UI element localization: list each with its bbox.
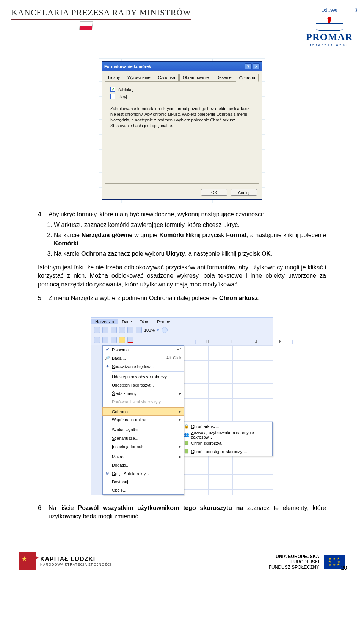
submenu-arrow-icon: ▸ xyxy=(179,455,181,459)
dialog-title-text: Formatowanie komórek xyxy=(104,64,151,69)
menu-item[interactable]: Scenariusze... xyxy=(103,434,184,442)
zoom-value[interactable]: 100% xyxy=(144,328,155,332)
menu-item[interactable]: Współpraca online▸ xyxy=(103,415,184,424)
promar-logo: ® Od 1990 PROMAR international xyxy=(306,8,353,47)
sort-asc-icon[interactable] xyxy=(111,327,117,333)
help-icon[interactable] xyxy=(162,327,168,333)
tab-wyrownanie[interactable]: Wyrównanie xyxy=(124,74,154,81)
promar-since: Od 1990 xyxy=(322,8,337,13)
menu-item-label: Badaj... xyxy=(112,356,166,360)
tab-obramowanie[interactable]: Obramowanie xyxy=(179,74,212,81)
menu-item[interactable]: Inspekcja formuł▸ xyxy=(103,442,184,451)
chart-icon[interactable] xyxy=(127,327,133,333)
kapital-ludzki-logo: ★ KAPITAŁ LUDZKI NARODOWA STRATEGIA SPÓJ… xyxy=(19,552,111,570)
menu-item[interactable]: ✦Sprawdzanie błędów... xyxy=(103,362,184,371)
ochrona-submenu: 🔒Chroń arkusz...👥Zezwalaj użytkownikom n… xyxy=(182,422,273,456)
col-header[interactable]: K xyxy=(268,340,292,344)
kapital-icon: ★ xyxy=(19,552,36,570)
menu-item-label: Opcje... xyxy=(112,488,181,492)
step4-intro: Aby ukryć formuły, które mają być niewid… xyxy=(49,210,326,219)
checkbox-zablokuj-label: Zablokuj xyxy=(118,87,133,92)
fill-icon[interactable] xyxy=(119,337,125,343)
tab-ochrona[interactable]: Ochrona xyxy=(236,74,259,82)
indent-icon[interactable] xyxy=(94,337,100,343)
menu-item[interactable]: Szukaj wyniku... xyxy=(103,426,184,434)
menu-okno[interactable]: Okno xyxy=(136,319,153,324)
menu-item-label: Chroń skoroszyt... xyxy=(191,441,270,445)
menu-item[interactable]: 🔎Badaj...Alt+Click xyxy=(103,354,184,362)
menu-item-label: Pisownia... xyxy=(112,348,177,352)
menu-item-label: Opcje Autokorekty... xyxy=(112,471,181,476)
menu-dane[interactable]: Dane xyxy=(118,319,136,324)
menu-item[interactable]: 📗Chroń skoroszyt... xyxy=(182,439,272,447)
tab-liczby[interactable]: Liczby xyxy=(105,74,123,81)
menu-item-label: Zezwalaj użytkownikom na edycję zakresów… xyxy=(191,430,270,439)
menu-item[interactable]: Śledź zmiany▸ xyxy=(103,389,184,398)
page-number: 20 xyxy=(341,565,347,571)
menu-item-label: Udostępnij skoroszyt... xyxy=(112,383,181,387)
checkbox-zablokuj[interactable]: ✔ Zablokuj xyxy=(110,87,254,92)
instruction-text: 4. Aby ukryć formuły, które mają być nie… xyxy=(0,210,364,310)
dialog-titlebar[interactable]: Formatowanie komórek ? × xyxy=(102,62,262,71)
menu-item[interactable]: Opcje... xyxy=(103,486,184,494)
col-header[interactable]: J xyxy=(244,340,268,344)
font-color-icon[interactable] xyxy=(127,337,133,343)
menu-item-label: Współpraca online xyxy=(112,417,179,422)
tab-czcionka[interactable]: Czcionka xyxy=(155,74,179,81)
promar-brand: PROMAR xyxy=(306,31,353,43)
borders-icon[interactable] xyxy=(111,337,117,343)
menubar: Narzędzia Dane Okno Pomoc xyxy=(91,317,273,326)
col-header[interactable]: I xyxy=(220,340,244,344)
menu-item-label: Makro xyxy=(112,455,179,459)
menu-item[interactable]: 🔒Chroń arkusz... xyxy=(182,422,272,431)
ue-line3: FUNDUSZ SPOŁECZNY xyxy=(269,565,319,570)
promar-intl: international xyxy=(310,43,349,47)
sort-desc-icon[interactable] xyxy=(119,327,125,333)
step5-number: 5. xyxy=(38,294,49,302)
help-icon[interactable]: ? xyxy=(245,63,252,69)
step4-substeps: W arkuszu zaznacz komórki zawierające fo… xyxy=(38,221,326,258)
substep-2: Na karcie Narzędzia główne w grupie Komó… xyxy=(54,231,326,248)
checkbox-ukryj-label: Ukryj xyxy=(118,94,127,99)
menu-item[interactable]: Dodatki... xyxy=(103,461,184,469)
col-header[interactable]: H xyxy=(195,340,220,344)
substep-1: W arkuszu zaznacz komórki zawierające fo… xyxy=(54,221,326,229)
tab-desenie[interactable]: Desenie xyxy=(213,74,235,81)
menu-item[interactable]: ✔Pisownia...F7 xyxy=(103,346,184,354)
outdent-icon[interactable] xyxy=(102,337,108,343)
menu-screenshot: Narzędzia Dane Okno Pomoc 100% ▾ H I J K… xyxy=(91,317,273,495)
menu-item-label: Dostosuj... xyxy=(112,480,181,484)
menu-item: Porównaj i scal skoroszyty... xyxy=(103,398,184,406)
menu-item[interactable]: Udostępniony obszar roboczy... xyxy=(103,373,184,381)
menu-item[interactable]: Ochrona▸ xyxy=(102,407,184,416)
menu-item[interactable]: Udostępnij skoroszyt... xyxy=(103,381,184,389)
step6-text: Na liście Pozwól wszystkim użytkownikom … xyxy=(49,504,326,521)
tools-menu: ✔Pisownia...F7🔎Badaj...Alt+Click✦Sprawdz… xyxy=(102,345,184,495)
menu-item-shortcut: F7 xyxy=(177,348,181,352)
close-icon[interactable]: × xyxy=(253,63,260,69)
paragraph-1: Istotnym jest fakt, że nie trzeba odblok… xyxy=(38,263,326,289)
ue-title: UNIA EUROPEJSKA xyxy=(269,554,319,559)
toolbar-icon[interactable] xyxy=(136,327,142,333)
menu-item-icon: 🔎 xyxy=(103,356,112,360)
menu-item-label: Scenariusze... xyxy=(112,436,181,441)
menu-item[interactable]: 👥Zezwalaj użytkownikom na edycję zakresó… xyxy=(182,431,272,439)
toolbar-icon[interactable] xyxy=(102,327,108,333)
col-header[interactable]: L xyxy=(292,340,317,344)
registered-icon: ® xyxy=(355,8,358,13)
menu-item[interactable]: 📗Chroń i udostępnij skoroszyt... xyxy=(182,447,272,456)
menu-item-label: Szukaj wyniku... xyxy=(112,428,181,432)
toolbar-icon[interactable] xyxy=(94,327,100,333)
checkbox-ukryj[interactable]: Ukryj xyxy=(110,94,254,99)
menu-item[interactable]: ⚙Opcje Autokorekty... xyxy=(103,469,184,478)
kapital-title: KAPITAŁ LUDZKI xyxy=(40,556,111,563)
menu-item[interactable]: Dostosuj... xyxy=(103,478,184,486)
cancel-button[interactable]: Anuluj xyxy=(231,189,257,196)
ok-button[interactable]: OK xyxy=(201,189,228,196)
menu-item-label: Chroń i udostępnij skoroszyt... xyxy=(191,449,270,454)
menu-pomoc[interactable]: Pomoc xyxy=(153,319,174,324)
menu-item[interactable]: Makro▸ xyxy=(103,453,184,461)
menu-narzedzia[interactable]: Narzędzia xyxy=(91,319,118,324)
menu-item-label: Ochrona xyxy=(112,409,179,414)
menu-item-icon: ✦ xyxy=(103,364,112,369)
